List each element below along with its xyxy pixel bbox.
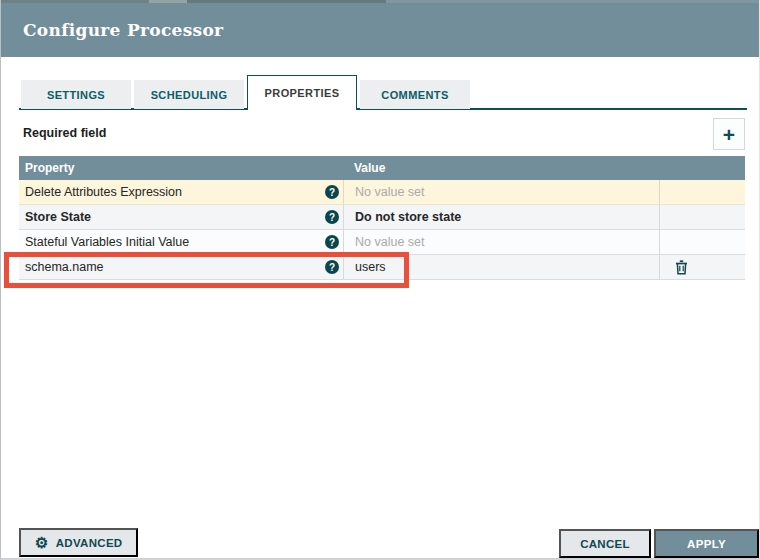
column-header-property: Property bbox=[19, 161, 343, 175]
property-value: Do not store state bbox=[355, 210, 461, 224]
table-header: Property Value bbox=[19, 156, 745, 180]
tab-scheduling[interactable]: SCHEDULING bbox=[134, 80, 244, 109]
property-value: No value set bbox=[355, 185, 424, 199]
tab-settings[interactable]: SETTINGS bbox=[21, 80, 131, 109]
advanced-button-label: ADVANCED bbox=[56, 537, 123, 549]
property-value: No value set bbox=[355, 235, 424, 249]
add-property-button[interactable]: + bbox=[713, 118, 745, 150]
table-row: Delete Attributes Expression ? No value … bbox=[19, 180, 745, 205]
configure-processor-dialog: Configure Processor SETTINGS SCHEDULING … bbox=[0, 0, 760, 559]
cancel-button[interactable]: CANCEL bbox=[559, 529, 651, 558]
apply-button[interactable]: APPLY bbox=[654, 529, 759, 558]
column-header-value: Value bbox=[343, 161, 659, 175]
help-icon[interactable]: ? bbox=[325, 235, 339, 249]
table-row: Store State ? Do not store state bbox=[19, 205, 745, 230]
property-name: Delete Attributes Expression bbox=[25, 185, 182, 199]
property-value-cell[interactable]: users bbox=[343, 255, 659, 279]
help-icon[interactable]: ? bbox=[325, 260, 339, 274]
properties-table: Property Value Delete Attributes Express… bbox=[19, 156, 745, 280]
property-value-cell[interactable]: No value set bbox=[343, 230, 659, 254]
property-value: users bbox=[355, 260, 386, 274]
plus-icon: + bbox=[723, 124, 735, 145]
property-name: Store State bbox=[25, 210, 91, 224]
gear-icon: ⚙ bbox=[35, 535, 49, 550]
advanced-button[interactable]: ⚙ ADVANCED bbox=[19, 528, 138, 557]
property-name: schema.name bbox=[25, 260, 104, 274]
property-value-cell[interactable]: No value set bbox=[343, 180, 659, 204]
table-row-schema-name: schema.name ? users bbox=[19, 255, 745, 280]
property-value-cell[interactable]: Do not store state bbox=[343, 205, 659, 229]
tab-bar: SETTINGS SCHEDULING PROPERTIES COMMENTS bbox=[19, 75, 747, 110]
help-icon[interactable]: ? bbox=[325, 210, 339, 224]
property-name: Stateful Variables Initial Value bbox=[25, 235, 189, 249]
required-field-label: Required field bbox=[23, 126, 106, 140]
dialog-titlebar: Configure Processor bbox=[1, 3, 759, 57]
tab-properties[interactable]: PROPERTIES bbox=[247, 75, 357, 110]
page-title: Configure Processor bbox=[23, 20, 223, 40]
tab-comments[interactable]: COMMENTS bbox=[360, 80, 470, 109]
table-row: Stateful Variables Initial Value ? No va… bbox=[19, 230, 745, 255]
help-icon[interactable]: ? bbox=[325, 185, 339, 199]
trash-icon[interactable] bbox=[675, 260, 688, 275]
